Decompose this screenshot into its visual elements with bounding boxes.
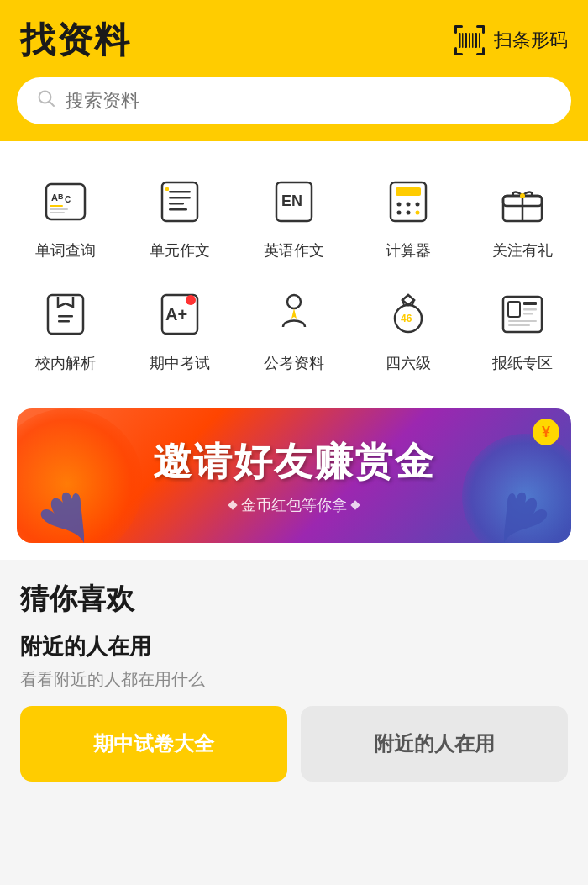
icon-label-english-composition: 英语作文 <box>264 240 324 261</box>
search-input[interactable] <box>66 90 551 112</box>
icon-label-follow-gift: 关注有礼 <box>492 240 553 261</box>
svg-point-50 <box>287 295 301 308</box>
svg-text:A: A <box>51 192 58 203</box>
search-icon <box>37 89 55 113</box>
svg-point-35 <box>407 203 411 207</box>
card-midterm[interactable]: 期中试卷大全 <box>20 706 287 782</box>
svg-rect-8 <box>459 33 461 48</box>
recommend-title: 猜你喜欢 <box>20 580 568 619</box>
icon-item-school-analysis[interactable]: 校内解析 <box>8 277 123 383</box>
card-nearby-label: 附近的人在用 <box>374 730 495 757</box>
icon-item-english-composition[interactable]: EN 英语作文 <box>237 165 351 271</box>
icon-item-word-lookup[interactable]: A B C 单词查询 <box>8 165 123 271</box>
icon-box-cet46: 46 <box>378 284 438 345</box>
icon-box-midterm-exam: A+ <box>150 284 210 345</box>
svg-rect-21 <box>50 205 63 207</box>
icon-item-cet46[interactable]: 46 四六级 <box>351 277 465 383</box>
svg-rect-5 <box>454 47 457 55</box>
banner-coin-icon: ¥ <box>533 419 559 445</box>
svg-rect-28 <box>169 208 187 211</box>
search-area <box>0 77 588 141</box>
header: 找资料 扫条形码 <box>0 0 588 77</box>
recommend-area: 猜你喜欢 附近的人在用 看看附近的人都在用什么 期中试卷大全 附近的人在用 <box>0 560 588 795</box>
banner-hands-right-icon <box>487 484 554 543</box>
banner[interactable]: ¥ 邀请好友赚赏金 金币红包等你拿 <box>17 408 571 543</box>
svg-rect-7 <box>482 47 485 55</box>
icon-label-calculator: 计算器 <box>386 240 431 261</box>
scan-button[interactable]: 扫条形码 <box>452 23 568 58</box>
svg-rect-45 <box>58 315 73 318</box>
svg-rect-12 <box>472 33 474 48</box>
svg-rect-13 <box>475 33 477 48</box>
svg-point-39 <box>416 211 420 215</box>
icon-label-civil-exam: 公考资料 <box>264 353 324 373</box>
icon-label-midterm-exam: 期中考试 <box>150 353 210 373</box>
icon-label-word-lookup: 单词查询 <box>35 240 96 261</box>
icon-box-civil-exam <box>264 284 324 345</box>
icon-box-english-composition: EN <box>264 171 324 232</box>
svg-rect-57 <box>523 302 537 305</box>
scan-label: 扫条形码 <box>494 28 568 53</box>
svg-point-37 <box>397 211 402 215</box>
page-title: 找资料 <box>20 17 131 64</box>
nearby-sub: 看看附近的人都在用什么 <box>20 668 568 691</box>
search-box[interactable] <box>17 77 571 124</box>
icon-item-civil-exam[interactable]: 公考资料 <box>237 277 351 383</box>
svg-rect-1 <box>454 25 457 34</box>
svg-rect-23 <box>50 212 65 213</box>
svg-rect-11 <box>469 33 470 48</box>
svg-rect-9 <box>462 33 464 48</box>
icon-item-midterm-exam[interactable]: A+ 期中考试 <box>123 277 237 383</box>
svg-rect-46 <box>58 320 70 323</box>
icon-label-school-analysis: 校内解析 <box>35 353 96 373</box>
icon-box-word-lookup: A B C <box>35 171 96 232</box>
svg-point-36 <box>416 203 420 207</box>
icon-label-cet46: 四六级 <box>386 353 431 373</box>
icon-label-newspaper: 报纸专区 <box>492 353 553 373</box>
svg-rect-33 <box>396 187 421 196</box>
icon-item-unit-composition[interactable]: 单元作文 <box>123 165 237 271</box>
banner-main-text: 邀请好友赚赏金 <box>153 436 435 488</box>
svg-rect-56 <box>508 302 520 317</box>
icon-label-unit-composition: 单元作文 <box>150 240 210 261</box>
svg-rect-60 <box>508 320 537 322</box>
banner-diamond-left <box>228 500 237 509</box>
svg-rect-14 <box>479 33 480 48</box>
svg-text:C: C <box>65 195 71 204</box>
svg-text:B: B <box>58 192 64 201</box>
svg-rect-25 <box>169 191 191 193</box>
icon-item-newspaper[interactable]: 报纸专区 <box>465 277 580 383</box>
svg-line-16 <box>50 102 54 106</box>
banner-sub-text: 金币红包等你拿 <box>153 495 435 515</box>
svg-rect-61 <box>508 324 530 326</box>
icon-grid: A B C 单词查询 <box>0 165 588 383</box>
card-midterm-label: 期中试卷大全 <box>93 730 214 757</box>
svg-point-38 <box>407 211 411 215</box>
svg-rect-26 <box>169 197 191 199</box>
card-nearby-people[interactable]: 附近的人在用 <box>301 706 568 782</box>
svg-rect-58 <box>523 308 537 311</box>
svg-text:A+: A+ <box>165 305 187 324</box>
svg-rect-27 <box>169 203 184 205</box>
banner-hands-left-icon <box>34 484 101 543</box>
icon-item-follow-gift[interactable]: 关注有礼 <box>465 165 580 271</box>
svg-text:EN: EN <box>281 192 302 209</box>
icon-box-unit-composition <box>150 171 210 232</box>
icon-box-follow-gift <box>492 171 553 232</box>
icon-box-newspaper <box>492 284 553 345</box>
svg-rect-3 <box>482 25 485 34</box>
banner-area: ¥ 邀请好友赚赏金 金币红包等你拿 <box>0 400 588 560</box>
cards-row: 期中试卷大全 附近的人在用 <box>20 706 568 782</box>
banner-sub-label: 金币红包等你拿 <box>241 495 347 515</box>
svg-point-49 <box>186 295 196 305</box>
svg-rect-59 <box>523 313 533 315</box>
scan-icon <box>452 23 487 58</box>
svg-point-34 <box>397 203 402 207</box>
svg-rect-29 <box>165 187 169 191</box>
banner-diamond-right <box>350 500 360 509</box>
svg-point-43 <box>520 193 525 198</box>
icon-item-calculator[interactable]: 计算器 <box>351 165 465 271</box>
icon-box-calculator <box>378 171 438 232</box>
icon-box-school-analysis <box>35 284 96 345</box>
banner-content: 邀请好友赚赏金 金币红包等你拿 <box>153 436 435 515</box>
